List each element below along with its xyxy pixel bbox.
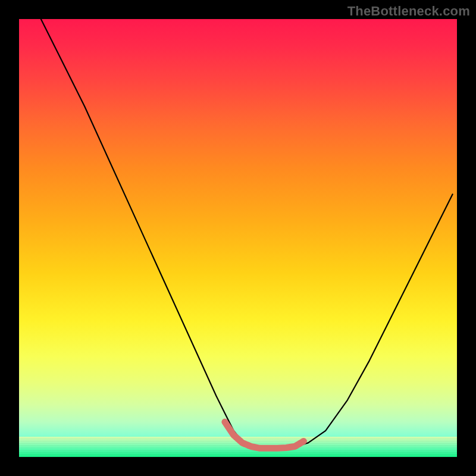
plot-area [19, 19, 457, 457]
chart-frame: TheBottleneck.com [0, 0, 476, 476]
main-curve [41, 19, 453, 448]
highlight-curve [225, 422, 304, 448]
curve-layer [19, 19, 457, 457]
watermark-text: TheBottleneck.com [347, 4, 470, 19]
